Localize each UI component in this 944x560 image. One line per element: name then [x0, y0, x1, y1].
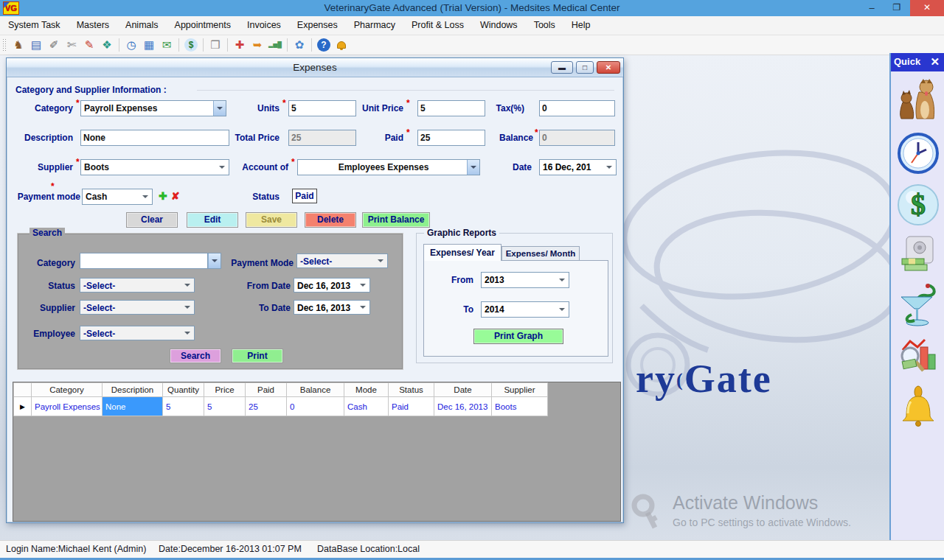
- restore-icon[interactable]: ❐: [885, 0, 909, 16]
- table-row[interactable]: ▶Payroll ExpensesNone55250CashPaidDec 16…: [14, 397, 548, 416]
- vaccination-icon[interactable]: ✐: [45, 37, 63, 53]
- description-input[interactable]: [80, 130, 229, 146]
- payment-mode-select[interactable]: Cash: [82, 189, 153, 205]
- menu-expenses[interactable]: Expenses: [289, 16, 346, 35]
- expenses-grid[interactable]: CategoryDescriptionQuantityPricePaidBala…: [13, 382, 621, 522]
- reminders-bell-icon[interactable]: [891, 385, 944, 431]
- chevron-down-icon[interactable]: [181, 279, 194, 292]
- grid-cell-price[interactable]: 5: [204, 397, 246, 416]
- grid-cell-balance[interactable]: 0: [287, 397, 344, 416]
- menu-help[interactable]: Help: [563, 16, 599, 35]
- alerts-bell-icon[interactable]: [333, 37, 350, 53]
- stock-icon[interactable]: ❒: [206, 37, 224, 53]
- account-of-select[interactable]: Employees Expenses: [297, 159, 480, 175]
- grid-cell-category[interactable]: Payroll Expenses: [32, 397, 103, 416]
- grooming-icon[interactable]: ✄: [63, 37, 80, 53]
- close-icon[interactable]: ✕: [597, 61, 620, 74]
- grid-column-mode[interactable]: Mode: [344, 383, 389, 397]
- reports-chart-icon[interactable]: ▂▅█: [266, 37, 284, 53]
- search-employee-select[interactable]: -Select-: [80, 326, 195, 340]
- calendar-icon[interactable]: ▦: [140, 37, 158, 53]
- sales-report-icon[interactable]: [891, 337, 944, 379]
- help-icon[interactable]: ?: [317, 38, 330, 52]
- save-button[interactable]: Save: [246, 212, 297, 228]
- chevron-down-icon[interactable]: [181, 301, 194, 314]
- tab-expenses-year[interactable]: Expenses/ Year: [423, 244, 502, 261]
- grid-column-date[interactable]: Date: [434, 383, 492, 397]
- invoices-icon[interactable]: ✉: [158, 37, 176, 53]
- search-category-dropdown[interactable]: [208, 253, 221, 269]
- search-to-date-select[interactable]: Dec 16, 2013: [294, 300, 370, 315]
- graph-from-select[interactable]: 2013: [481, 272, 569, 288]
- chevron-down-icon[interactable]: [357, 279, 369, 292]
- grid-cell-paid[interactable]: 25: [246, 397, 287, 416]
- appointments-clock-icon[interactable]: ◷: [122, 37, 140, 53]
- delete-button[interactable]: Delete: [305, 212, 356, 228]
- search-from-date-select[interactable]: Dec 16, 2013: [294, 278, 370, 293]
- print-button[interactable]: Print: [232, 349, 283, 363]
- menu-masters[interactable]: Masters: [69, 16, 117, 35]
- menu-animals[interactable]: Animals: [117, 16, 166, 35]
- chevron-down-icon[interactable]: [216, 160, 229, 175]
- grid-column-quantity[interactable]: Quantity: [163, 383, 204, 397]
- grid-column-category[interactable]: Category: [32, 383, 103, 397]
- pharmacy-icon[interactable]: [891, 282, 944, 331]
- minimize-icon[interactable]: ▬: [551, 61, 573, 74]
- supplier-select[interactable]: Boots: [80, 159, 229, 175]
- menu-system-task[interactable]: System Task: [0, 16, 69, 35]
- chevron-down-icon[interactable]: [375, 254, 387, 267]
- chevron-down-icon[interactable]: [556, 302, 569, 317]
- row-selector-icon[interactable]: ▶: [14, 397, 32, 416]
- chevron-down-icon[interactable]: [181, 326, 194, 340]
- close-icon[interactable]: ✕: [930, 53, 940, 71]
- chevron-down-icon[interactable]: [556, 273, 569, 287]
- print-graph-button[interactable]: Print Graph: [473, 329, 563, 344]
- category-select[interactable]: Payroll Expenses: [80, 100, 226, 116]
- tax-input[interactable]: [539, 100, 615, 116]
- grid-cell-quantity[interactable]: 5: [163, 397, 204, 416]
- tab-expenses-month[interactable]: Expenses/ Month: [502, 246, 580, 261]
- appointments-clock-icon[interactable]: [891, 132, 944, 178]
- graph-to-select[interactable]: 2014: [481, 301, 569, 318]
- grid-column-paid[interactable]: Paid: [246, 383, 287, 397]
- menu-windows[interactable]: Windows: [472, 16, 526, 35]
- cashbox-icon[interactable]: [891, 235, 944, 276]
- chevron-down-icon[interactable]: [139, 189, 152, 204]
- prescription-icon[interactable]: ✎: [80, 37, 98, 53]
- owner-records-icon[interactable]: ▤: [27, 37, 45, 53]
- grid-column-supplier[interactable]: Supplier: [492, 383, 548, 397]
- grid-column-balance[interactable]: Balance: [287, 383, 344, 397]
- menu-tools[interactable]: Tools: [526, 16, 563, 35]
- expenses-dollar-icon[interactable]: $: [891, 183, 944, 229]
- dog-icon[interactable]: ♞: [10, 37, 27, 53]
- medicine-icon[interactable]: ✚: [231, 37, 249, 53]
- backup-icon[interactable]: ✿: [291, 37, 308, 53]
- chevron-down-icon[interactable]: [208, 253, 221, 268]
- grid-column-description[interactable]: Description: [103, 383, 163, 397]
- refund-arrow-icon[interactable]: ➥: [249, 37, 266, 53]
- delete-payment-mode-icon[interactable]: ✘: [171, 188, 180, 204]
- grid-cell-status[interactable]: Paid: [389, 397, 434, 416]
- grid-cell-description[interactable]: None: [103, 397, 163, 416]
- chevron-down-icon[interactable]: [603, 160, 616, 175]
- menu-appointments[interactable]: Appointments: [167, 16, 239, 35]
- grid-cell-supplier[interactable]: Boots: [492, 397, 548, 416]
- close-icon[interactable]: ✕: [910, 0, 944, 16]
- grid-corner-header[interactable]: [14, 383, 32, 397]
- expenses-window-titlebar[interactable]: Expenses ▬ □ ✕: [7, 58, 623, 77]
- print-balance-button[interactable]: Print Balance: [362, 212, 430, 228]
- menu-profit-loss[interactable]: Profit & Loss: [403, 16, 472, 35]
- animals-icon[interactable]: ❖: [98, 37, 116, 53]
- minimize-icon[interactable]: –: [858, 0, 885, 16]
- dollar-icon[interactable]: $: [184, 38, 198, 52]
- pets-shortcut-icon[interactable]: [891, 77, 944, 126]
- grid-cell-mode[interactable]: Cash: [344, 397, 389, 416]
- grid-column-price[interactable]: Price: [204, 383, 246, 397]
- search-category-input[interactable]: [80, 253, 208, 269]
- edit-button[interactable]: Edit: [187, 212, 238, 228]
- search-button[interactable]: Search: [170, 349, 221, 363]
- date-select[interactable]: 16 Dec, 201: [539, 159, 617, 175]
- menu-pharmacy[interactable]: Pharmacy: [346, 16, 403, 35]
- grid-cell-date[interactable]: Dec 16, 2013: [434, 397, 492, 416]
- search-supplier-select[interactable]: -Select-: [80, 300, 195, 315]
